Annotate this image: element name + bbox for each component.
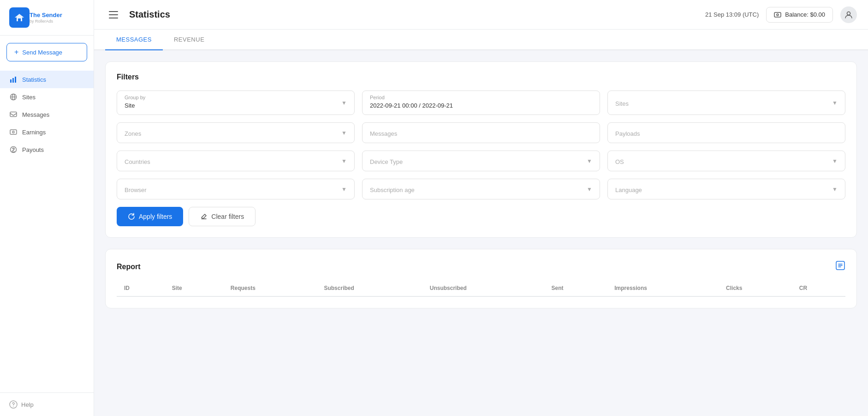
help-icon	[9, 400, 18, 409]
tab-messages[interactable]: MESSAGES	[105, 30, 163, 50]
filters-title: Filters	[117, 73, 845, 81]
period-label: Period	[370, 95, 385, 100]
col-site: Site	[165, 280, 223, 296]
user-icon	[844, 11, 853, 19]
svg-rect-16	[109, 18, 118, 18]
sites-placeholder: Sites	[615, 100, 832, 107]
sidebar-nav: Statistics Sites Messages Earnings Payou…	[0, 69, 94, 392]
header-left: Statistics	[105, 7, 170, 22]
group-by-filter[interactable]: Group by Site ▼	[117, 90, 355, 115]
language-filter[interactable]: Language ▼	[607, 179, 845, 199]
report-table: ID Site Requests Subscribed Unsubscribed…	[117, 280, 845, 297]
menu-icon	[109, 11, 118, 18]
chevron-down-icon: ▼	[341, 158, 347, 164]
main-content: Statistics 21 Sep 13:09 (UTC) Balance: $…	[94, 0, 868, 416]
col-sent: Sent	[544, 280, 607, 296]
help-button[interactable]: Help	[9, 400, 84, 409]
sidebar-item-sites[interactable]: Sites	[0, 88, 94, 106]
subscription-age-filter[interactable]: Subscription age ▼	[362, 179, 600, 199]
col-impressions: Impressions	[607, 280, 719, 296]
payouts-icon	[9, 145, 18, 154]
header-right: 21 Sep 13:09 (UTC) Balance: $0.00	[705, 6, 857, 23]
browser-filter[interactable]: Browser ▼	[117, 179, 355, 199]
chevron-down-icon: ▼	[341, 100, 347, 106]
messages-placeholder: Messages	[370, 130, 592, 137]
filters-section: Filters Group by Site ▼ Period 2022-09-2…	[105, 61, 857, 238]
report-title: Report	[117, 263, 141, 271]
user-avatar-button[interactable]	[840, 6, 857, 23]
chevron-down-icon: ▼	[832, 158, 838, 164]
menu-button[interactable]	[105, 7, 122, 22]
messages-filter[interactable]: Messages	[362, 122, 600, 143]
svg-point-13	[13, 406, 14, 407]
countries-placeholder: Countries	[125, 158, 341, 165]
svg-rect-2	[10, 79, 12, 83]
zones-placeholder: Zones	[125, 130, 341, 137]
device-type-filter[interactable]: Device Type ▼	[362, 151, 600, 171]
svg-rect-1	[18, 18, 21, 21]
table-header-row: ID Site Requests Subscribed Unsubscribed…	[117, 280, 845, 296]
svg-point-19	[847, 12, 850, 15]
group-by-label: Group by	[125, 95, 145, 100]
svg-point-18	[777, 14, 779, 16]
sidebar-item-statistics[interactable]: Statistics	[0, 71, 94, 88]
tab-revenue[interactable]: REVENUE	[163, 30, 215, 50]
svg-rect-9	[10, 130, 17, 134]
svg-rect-17	[774, 12, 781, 17]
page-header: Statistics 21 Sep 13:09 (UTC) Balance: $…	[94, 0, 868, 30]
chevron-down-icon: ▼	[832, 186, 838, 193]
svg-rect-14	[109, 11, 118, 12]
filter-actions: Apply filters Clear filters	[117, 207, 845, 226]
browser-placeholder: Browser	[125, 187, 341, 193]
report-section: Report ID Site Requests Subscr	[105, 249, 857, 308]
filters-row-1: Group by Site ▼ Period 2022-09-21 00:00 …	[117, 90, 845, 115]
balance-button[interactable]: Balance: $0.00	[766, 7, 833, 23]
period-filter[interactable]: Period 2022-09-21 00:00 / 2022-09-21	[362, 90, 600, 115]
payloads-filter[interactable]: Payloads	[607, 122, 845, 143]
send-message-button[interactable]: + Send Message	[6, 43, 87, 61]
chart-icon	[9, 75, 18, 84]
export-icon	[835, 260, 845, 271]
svg-rect-4	[15, 77, 16, 83]
balance-icon	[774, 11, 781, 18]
col-clicks: Clicks	[719, 280, 792, 296]
group-by-value: Site	[125, 102, 341, 109]
os-filter[interactable]: OS ▼	[607, 151, 845, 171]
filters-row-3: Countries ▼ Device Type ▼ OS ▼	[117, 151, 845, 171]
chevron-down-icon: ▼	[587, 158, 592, 164]
filters-row-4: Browser ▼ Subscription age ▼ Language	[117, 179, 845, 199]
chevron-down-icon: ▼	[341, 186, 347, 193]
svg-point-10	[12, 131, 14, 133]
language-placeholder: Language	[615, 187, 832, 193]
apply-filters-button[interactable]: Apply filters	[117, 207, 183, 226]
sidebar-item-earnings[interactable]: Earnings	[0, 123, 94, 141]
chevron-down-icon: ▼	[832, 100, 838, 106]
datetime-display: 21 Sep 13:09 (UTC)	[705, 11, 759, 18]
device-type-placeholder: Device Type	[370, 158, 587, 165]
plus-icon: +	[14, 48, 18, 56]
sidebar-item-payouts[interactable]: Payouts	[0, 141, 94, 158]
col-id: ID	[117, 280, 165, 296]
report-header: Report	[117, 260, 845, 273]
logo-text: The Sender by RollerAds	[30, 12, 62, 24]
sidebar-item-messages[interactable]: Messages	[0, 106, 94, 123]
globe-icon	[9, 93, 18, 101]
tab-bar: MESSAGES REVENUE	[94, 30, 868, 50]
export-button[interactable]	[835, 260, 845, 273]
period-value: 2022-09-21 00:00 / 2022-09-21	[370, 102, 592, 109]
earnings-icon	[9, 128, 18, 136]
col-unsubscribed: Unsubscribed	[422, 280, 544, 296]
message-icon	[9, 110, 18, 119]
clear-filters-button[interactable]: Clear filters	[189, 207, 256, 226]
countries-filter[interactable]: Countries ▼	[117, 151, 355, 171]
eraser-icon	[200, 213, 208, 220]
col-requests: Requests	[223, 280, 317, 296]
svg-rect-3	[12, 78, 14, 83]
sites-filter[interactable]: Sites ▼	[607, 90, 845, 115]
svg-rect-15	[109, 14, 118, 15]
logo-icon	[9, 7, 30, 28]
zones-filter[interactable]: Zones ▼	[117, 122, 355, 143]
report-table-container: ID Site Requests Subscribed Unsubscribed…	[117, 280, 845, 297]
sidebar-footer: Help	[0, 392, 94, 416]
col-subscribed: Subscribed	[316, 280, 422, 296]
